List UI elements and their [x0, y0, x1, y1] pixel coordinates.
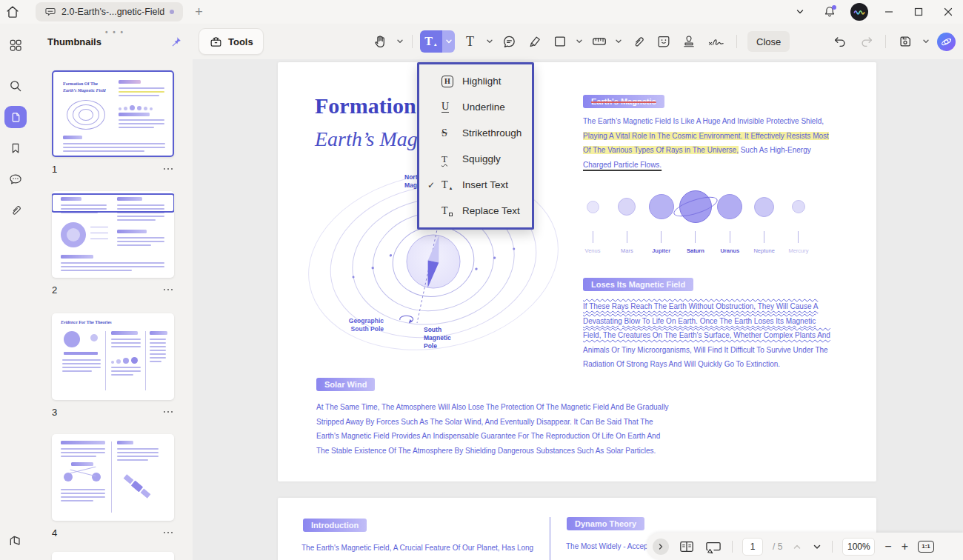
- search-icon: [8, 79, 23, 93]
- paragraph-dynamo[interactable]: The Most Widely - Accepte: [566, 539, 654, 554]
- previous-page-button[interactable]: [792, 541, 802, 552]
- document-tab[interactable]: 2.0-Earth's-...gnetic-Field: [36, 2, 183, 21]
- planet-saturn: Saturn: [681, 190, 710, 254]
- zoom-level[interactable]: 100%: [842, 538, 875, 556]
- thumbnail-page-4[interactable]: [52, 434, 174, 521]
- paragraph-loses-field[interactable]: If These Rays Reach The Earth Without Ob…: [583, 299, 830, 372]
- paperclip-icon: [631, 35, 645, 49]
- minimize-button[interactable]: [874, 0, 904, 24]
- redo-button[interactable]: [856, 30, 876, 53]
- save-chevron[interactable]: [922, 30, 930, 53]
- page-more-button[interactable]: [162, 529, 175, 537]
- menu-item-squiggly[interactable]: T Squiggly: [419, 146, 532, 172]
- planets-row: VenusMarsJupiterSaturnUranusNeptuneMercu…: [578, 190, 813, 254]
- badge-earths-magnetic[interactable]: Earth's Magnetic: [583, 95, 664, 108]
- ruler-icon: [591, 33, 607, 50]
- thumbnail-page-5[interactable]: [52, 552, 174, 560]
- comment-tool-button[interactable]: [499, 30, 519, 53]
- pdf-page-1[interactable]: Formation Of The Earth’s Magnetic Field: [278, 62, 876, 481]
- page-number-input[interactable]: [742, 538, 763, 556]
- label-south-3: Pole: [424, 342, 437, 350]
- presentation-button[interactable]: [704, 539, 722, 554]
- badge-introduction[interactable]: Introduction: [303, 519, 367, 532]
- highlighter-tool-button[interactable]: [524, 30, 544, 53]
- left-icon-rail: [0, 24, 31, 560]
- badge-solar-wind[interactable]: Solar Wind: [316, 378, 375, 391]
- ai-icon: [939, 35, 953, 49]
- label-geo-south-1: Geographic: [349, 317, 384, 324]
- badge-loses-field[interactable]: Loses Its Magnetic Field: [583, 278, 693, 291]
- new-tab-button[interactable]: +: [195, 5, 203, 19]
- thumbnail-page-number: 3: [52, 407, 57, 418]
- close-window-button[interactable]: [933, 0, 963, 24]
- edit-text-tool-chevron[interactable]: [442, 30, 455, 53]
- text-tool-chevron[interactable]: [485, 30, 494, 53]
- thumbnail-page-number: 1: [52, 164, 57, 175]
- badge-dynamo-theory[interactable]: Dynamo Theory: [567, 517, 644, 530]
- tools-label: Tools: [228, 36, 253, 47]
- shape-tool-chevron[interactable]: [575, 30, 584, 53]
- paragraph-introduction[interactable]: The Earth's Magnetic Field, A Crucial Fe…: [301, 541, 533, 556]
- thumbnail-page-3[interactable]: Evidence For The Theories: [52, 313, 174, 400]
- page-more-button[interactable]: [162, 165, 175, 173]
- bookmarks-button[interactable]: [0, 133, 31, 164]
- menu-item-insert-text[interactable]: ✓ T▲ Insert Text: [419, 172, 532, 198]
- account-button[interactable]: [844, 0, 874, 24]
- attach-tool-button[interactable]: [628, 30, 648, 53]
- page-more-button[interactable]: [162, 408, 175, 416]
- titlebar-chevron-down-button[interactable]: [785, 0, 815, 24]
- page-flip-button[interactable]: [0, 526, 31, 557]
- paragraph-solar-wind[interactable]: At The Same Time, The Atmosphere Will Al…: [316, 400, 669, 458]
- search-button[interactable]: [0, 70, 31, 101]
- hand-tool-button[interactable]: [370, 30, 390, 53]
- text-tool-button[interactable]: T: [460, 30, 480, 53]
- page-more-button[interactable]: [162, 286, 175, 294]
- tools-button[interactable]: Tools: [199, 28, 264, 55]
- comments-button[interactable]: [0, 164, 31, 195]
- planet-venus: Venus: [578, 190, 607, 254]
- menu-item-replace-text[interactable]: T Replace Text: [419, 198, 532, 224]
- annotation-toolbar: Tools T▲ T: [193, 24, 963, 59]
- thumbnail-page-2[interactable]: [52, 191, 174, 278]
- insert-text-icon: T▲: [441, 179, 462, 191]
- undo-button[interactable]: [830, 30, 850, 53]
- page-layout-button[interactable]: [679, 539, 695, 554]
- presentation-icon: [704, 539, 722, 554]
- home-button[interactable]: [0, 0, 25, 24]
- document-canvas[interactable]: Formation Of The Earth’s Magnetic Field: [193, 59, 963, 560]
- measure-tool-button[interactable]: [589, 30, 609, 53]
- menu-item-strikethrough[interactable]: S Strikethrough: [419, 120, 532, 146]
- maximize-button[interactable]: [904, 0, 933, 24]
- checkmark-icon: ✓: [427, 180, 441, 190]
- save-button[interactable]: [895, 30, 915, 53]
- planet-uranus: Uranus: [715, 190, 744, 254]
- viewport-indicator: [52, 193, 174, 213]
- zoom-out-button[interactable]: −: [884, 540, 891, 553]
- actual-size-button[interactable]: 1:1: [918, 541, 934, 553]
- thumbnails-panel-button[interactable]: [0, 106, 31, 128]
- hand-tool-chevron[interactable]: [396, 30, 404, 53]
- measure-tool-chevron[interactable]: [614, 30, 623, 53]
- zoom-in-button[interactable]: +: [902, 540, 908, 553]
- edit-text-tool-active[interactable]: T▲: [420, 30, 455, 53]
- avatar: [850, 3, 868, 21]
- menu-item-underline[interactable]: U Underline: [419, 94, 532, 120]
- collapse-statusbar-button[interactable]: [653, 539, 669, 555]
- pin-icon[interactable]: [170, 36, 182, 48]
- ai-assistant-button[interactable]: [937, 33, 956, 51]
- page-flip-icon: [8, 534, 23, 549]
- signature-tool-button[interactable]: [704, 30, 729, 53]
- shape-tool-button[interactable]: [550, 30, 570, 53]
- next-page-button[interactable]: [812, 541, 822, 552]
- attachments-button[interactable]: [0, 195, 31, 226]
- close-toolbar-button[interactable]: Close: [747, 31, 790, 52]
- label-geo-south-2: South Pole: [351, 325, 384, 333]
- notifications-button[interactable]: [815, 0, 844, 24]
- sticker-tool-button[interactable]: [653, 30, 673, 53]
- thumbnail-page-1[interactable]: Formation Of TheEarth’s Magnetic Field: [52, 70, 174, 157]
- insert-text-tool-icon: T▲: [420, 30, 442, 53]
- stamp-tool-button[interactable]: [679, 30, 699, 53]
- paragraph-earths-magnetic[interactable]: The Earth’s Magnetic Field Is Like A Hug…: [583, 114, 829, 172]
- menu-item-highlight[interactable]: H Highlight: [419, 68, 532, 94]
- apps-grid-button[interactable]: [0, 30, 31, 61]
